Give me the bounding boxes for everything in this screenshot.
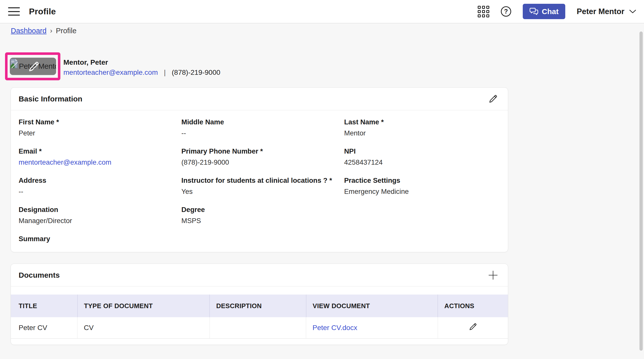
- edit-basic-information-button[interactable]: [488, 94, 498, 104]
- app-launcher-icon[interactable]: [478, 6, 489, 17]
- field-degree: Degree MSPS: [181, 205, 344, 225]
- field-last-name: Last Name * Mentor: [344, 118, 498, 137]
- user-name: Peter Mentor: [577, 7, 624, 16]
- table-row: Peter CV CV Peter CV.docx: [11, 317, 508, 338]
- profile-email-link[interactable]: mentorteacher@example.com: [63, 68, 158, 77]
- field-npi: NPI 4258437124: [344, 147, 498, 167]
- column-actions: ACTIONS: [438, 295, 508, 317]
- chat-button[interactable]: Chat: [523, 4, 565, 19]
- field-first-name: First Name * Peter: [19, 118, 181, 137]
- email-value-link[interactable]: mentorteacher@example.com: [19, 158, 181, 167]
- edit-photo-pencil-icon: [25, 58, 41, 75]
- help-icon[interactable]: ?: [501, 6, 511, 17]
- chat-bubbles-icon: [529, 7, 539, 16]
- profile-contact-row: mentorteacher@example.com | (878)-219-90…: [63, 68, 220, 77]
- user-menu[interactable]: Peter Mentor: [577, 7, 636, 16]
- field-clinical-instructor: Instructor for students at clinical loca…: [181, 176, 344, 196]
- add-document-button[interactable]: [488, 270, 498, 280]
- documents-title: Documents: [19, 271, 60, 279]
- field-primary-phone: Primary Phone Number * (878)-219-9000: [181, 147, 344, 167]
- field-designation: Designation Manager/Director: [19, 205, 181, 225]
- profile-full-name: Mentor, Peter: [63, 58, 108, 66]
- cell-actions: [438, 317, 508, 338]
- cell-title: Peter CV: [11, 317, 77, 338]
- broken-image-icon: [10, 58, 18, 69]
- documents-table-header-row: TITLE TYPE OF DOCUMENT DESCRIPTION VIEW …: [11, 295, 508, 317]
- field-summary: Summary: [19, 235, 181, 246]
- profile-photo-placeholder[interactable]: Peter Mentor: [10, 58, 56, 75]
- column-type-of-document: TYPE OF DOCUMENT: [77, 295, 210, 317]
- edit-document-button[interactable]: [468, 322, 478, 332]
- column-title: TITLE: [11, 295, 77, 317]
- basic-information-title: Basic Information: [19, 95, 82, 103]
- cell-type: CV: [77, 317, 210, 338]
- basic-information-card: Basic Information First Name * Peter Mid…: [11, 87, 508, 252]
- breadcrumb: Dashboard › Profile: [11, 27, 76, 35]
- basic-information-header: Basic Information: [11, 88, 508, 110]
- breadcrumb-separator: ›: [47, 27, 56, 35]
- top-bar: Profile ? Chat Peter Mentor: [0, 0, 644, 23]
- cell-view-document: Peter CV.docx: [306, 317, 438, 338]
- breadcrumb-dashboard-link[interactable]: Dashboard: [11, 27, 47, 35]
- field-address: Address --: [19, 176, 181, 196]
- document-file-link[interactable]: Peter CV.docx: [312, 324, 357, 332]
- chat-button-label: Chat: [542, 7, 559, 16]
- documents-card: Documents TITLE TYPE OF DOCUMENT DESCRIP…: [11, 264, 508, 345]
- top-bar-right: ? Chat Peter Mentor: [478, 4, 636, 19]
- documents-table: TITLE TYPE OF DOCUMENT DESCRIPTION VIEW …: [11, 295, 508, 339]
- field-spacer: [344, 205, 498, 225]
- breadcrumb-current: Profile: [56, 27, 76, 35]
- profile-phone: (878)-219-9000: [172, 68, 220, 77]
- vertical-scrollbar-thumb[interactable]: [639, 31, 643, 351]
- basic-information-fields: First Name * Peter Middle Name -- Last N…: [11, 110, 508, 246]
- field-practice-settings: Practice Settings Emergency Medicine: [344, 176, 498, 196]
- column-description: DESCRIPTION: [210, 295, 306, 317]
- contact-separator: |: [164, 68, 166, 77]
- cell-description: [210, 317, 306, 338]
- top-bar-left: Profile: [8, 7, 56, 16]
- column-view-document: VIEW DOCUMENT: [306, 295, 438, 317]
- hamburger-menu-icon[interactable]: [8, 7, 20, 16]
- page-title: Profile: [29, 7, 56, 16]
- documents-header: Documents: [11, 264, 508, 286]
- field-middle-name: Middle Name --: [181, 118, 344, 137]
- chevron-down-icon: [629, 9, 636, 14]
- field-email: Email * mentorteacher@example.com: [19, 147, 181, 167]
